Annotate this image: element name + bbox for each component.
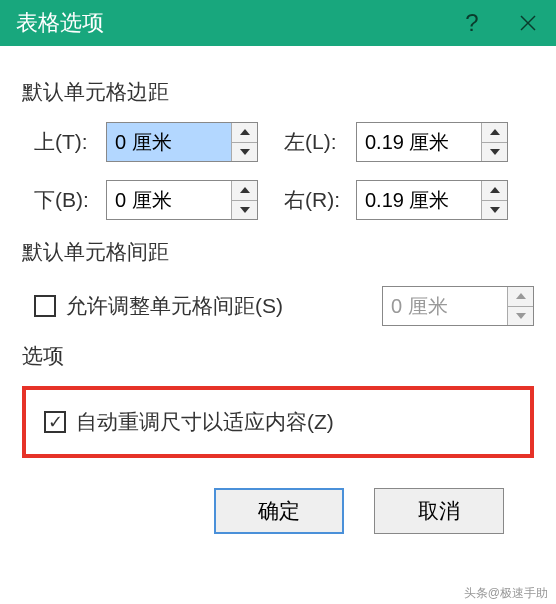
dialog-content: 默认单元格边距 上(T): 0 厘米 左(L): 0.19 厘米 <box>0 46 556 534</box>
spinner-bottom-value[interactable]: 0 厘米 <box>107 181 231 219</box>
spacing-row: 允许调整单元格间距(S) 0 厘米 <box>22 282 534 330</box>
close-icon <box>519 14 537 32</box>
window-title: 表格选项 <box>16 8 444 38</box>
highlight-box: 自动重调尺寸以适应内容(Z) <box>22 386 534 458</box>
section-margins-label: 默认单元格边距 <box>22 78 534 106</box>
spinner-spacing-up <box>508 287 533 307</box>
label-top: 上(T): <box>34 128 106 156</box>
svg-marker-2 <box>240 129 250 135</box>
spinner-right[interactable]: 0.19 厘米 <box>356 180 508 220</box>
spinner-spacing-down <box>508 307 533 326</box>
close-button[interactable] <box>500 0 556 46</box>
help-button[interactable]: ? <box>444 0 500 46</box>
svg-marker-8 <box>490 187 500 193</box>
svg-marker-9 <box>490 207 500 213</box>
checkbox-autofit[interactable] <box>44 411 66 433</box>
margins-row-2: 下(B): 0 厘米 右(R): 0.19 厘米 <box>22 180 534 220</box>
spinner-bottom[interactable]: 0 厘米 <box>106 180 258 220</box>
title-bar: 表格选项 ? <box>0 0 556 46</box>
spinner-top-up[interactable] <box>232 123 257 143</box>
section-spacing-label: 默认单元格间距 <box>22 238 534 266</box>
label-bottom: 下(B): <box>34 186 106 214</box>
label-autofit: 自动重调尺寸以适应内容(Z) <box>76 408 334 436</box>
spinner-left[interactable]: 0.19 厘米 <box>356 122 508 162</box>
label-right: 右(R): <box>284 186 356 214</box>
section-options-label: 选项 <box>22 342 534 370</box>
cancel-button[interactable]: 取消 <box>374 488 504 534</box>
spinner-bottom-up[interactable] <box>232 181 257 201</box>
spinner-left-up[interactable] <box>482 123 507 143</box>
svg-marker-10 <box>516 293 526 299</box>
label-left: 左(L): <box>284 128 356 156</box>
spinner-left-value[interactable]: 0.19 厘米 <box>357 123 481 161</box>
footer-buttons: 确定 取消 <box>22 478 534 534</box>
checkbox-allow-spacing[interactable] <box>34 295 56 317</box>
svg-marker-5 <box>490 149 500 155</box>
svg-marker-7 <box>240 207 250 213</box>
spinner-top-value[interactable]: 0 厘米 <box>107 123 231 161</box>
spinner-bottom-down[interactable] <box>232 201 257 220</box>
spinner-top-down[interactable] <box>232 143 257 162</box>
svg-marker-6 <box>240 187 250 193</box>
svg-marker-4 <box>490 129 500 135</box>
svg-marker-11 <box>516 313 526 319</box>
spinner-right-down[interactable] <box>482 201 507 220</box>
spinner-top[interactable]: 0 厘米 <box>106 122 258 162</box>
spinner-spacing-value: 0 厘米 <box>383 287 507 325</box>
spinner-spacing: 0 厘米 <box>382 286 534 326</box>
spinner-right-up[interactable] <box>482 181 507 201</box>
spinner-left-down[interactable] <box>482 143 507 162</box>
label-allow-spacing: 允许调整单元格间距(S) <box>66 292 283 320</box>
watermark: 头条@极速手助 <box>464 585 548 602</box>
spinner-right-value[interactable]: 0.19 厘米 <box>357 181 481 219</box>
ok-button[interactable]: 确定 <box>214 488 344 534</box>
svg-marker-3 <box>240 149 250 155</box>
margins-row-1: 上(T): 0 厘米 左(L): 0.19 厘米 <box>22 122 534 162</box>
